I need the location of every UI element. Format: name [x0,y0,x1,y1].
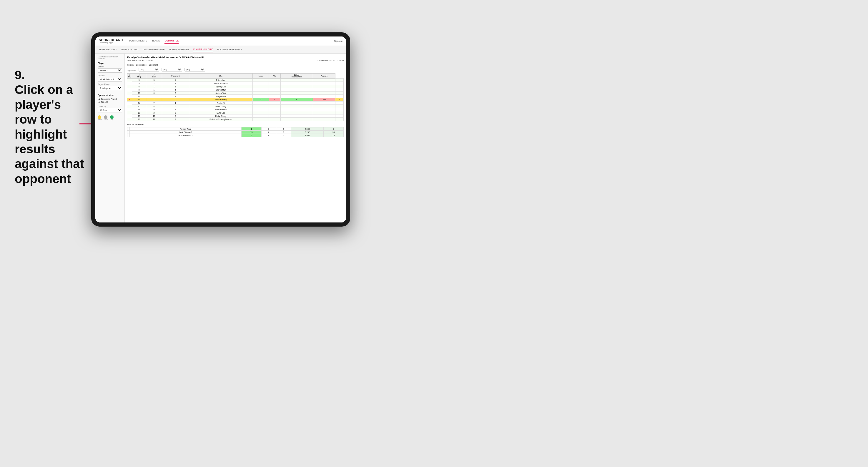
region-filter-label: Region [127,64,133,66]
colour-by-section: Colour by Win/loss Down Level [98,105,122,121]
table-cell: Stella Cheng [189,105,252,108]
ood-table-cell [127,127,130,131]
tab-player-summary[interactable]: PLAYER SUMMARY [169,47,189,52]
table-cell [313,108,335,111]
player-rank-select[interactable]: 8. Katelyn Vo [98,86,122,90]
radio-top100[interactable]: Top 100 [98,101,122,103]
ood-table-row[interactable]: Foreign Team1004.5002 [127,127,344,131]
table-row[interactable]: 914Sharon Mun [127,88,344,92]
table-cell [252,82,269,85]
table-cell: 3 [162,92,189,95]
table-cell: 2 [335,98,344,101]
row-no-arrow [127,79,132,82]
row-no-arrow [127,118,132,121]
tab-team-summary[interactable]: TEAM SUMMARY [99,47,117,52]
table-row[interactable]: 1822Euna Lee [127,111,344,115]
gender-select[interactable]: Women's [98,68,122,73]
table-cell [313,85,335,88]
sidebar-player-title: Player [98,62,122,64]
table-cell: Euna Lee [189,111,252,115]
table-cell [281,101,313,105]
table-cell: 1 [146,95,162,98]
nav-tournaments[interactable]: TOURNAMENTS [129,38,147,44]
col-rounds: Rounds [313,73,335,79]
table-cell: 18 [132,111,146,115]
tab-player-h2h-grid[interactable]: PLAYER H2H GRID [193,47,213,52]
table-cell [335,105,344,108]
table-row[interactable]: 613Sydney Kuo [127,85,344,88]
conference-select[interactable]: (All) [161,68,182,71]
table-row[interactable]: 1691Jessica Mason [127,108,344,111]
opponent-select[interactable]: (All) [185,68,205,71]
ood-table-cell: 4.500 [291,127,324,131]
table-cell: 9 [132,88,146,92]
table-row[interactable]: ►131Jessica Huang010-3.002 [127,98,344,101]
row-no-arrow [127,95,132,98]
colour-by-select[interactable]: Win/loss [98,108,122,113]
table-cell [281,82,313,85]
table-row[interactable]: 19106Emily Chang [127,115,344,118]
radio-opponents-played[interactable]: Opponents Played [98,98,122,100]
table-cell [252,105,269,108]
sidebar: Last Updated: 27/03/2024 16:55:28 Player… [95,54,125,222]
table-row[interactable]: 1474Eunice Yi [127,101,344,105]
annotation-body: Click on a player's row to highlight res… [15,83,85,186]
table-cell [281,92,313,95]
sub-nav: TEAM SUMMARY TEAM H2H GRID TEAM H2H HEAT… [95,46,346,54]
table-row[interactable]: 1311Haejo Hyun [127,95,344,98]
tab-player-h2h-heatmap[interactable]: PLAYER H2H HEATMAP [217,47,242,52]
table-cell: 16 [132,108,146,111]
colour-by-label: Colour by [98,105,122,107]
main-panel: Katelyn Vo Head-to-Head Grid for Women's… [125,54,346,222]
sign-out-button[interactable]: Sign out [334,40,342,42]
col-diff: Diff AvStrokes/Rnd [281,73,313,79]
table-cell: 15 [132,105,146,108]
ood-table-cell: Foreign Team [130,127,242,131]
table-cell: 2 [146,82,162,85]
nav-committee[interactable]: COMMITTEE [164,38,179,44]
table-cell: 13 [132,95,146,98]
division-record-label: Division Record: 331 - 34 - 6 [317,59,344,62]
nav-teams[interactable]: TEAMS [152,38,160,44]
overall-record-label: Overall Record: 353 - 34 - 6 [127,59,152,62]
region-select[interactable]: (All) [138,68,159,71]
ood-table-row[interactable]: NCAA Division 25007.40010 [127,134,344,137]
table-cell [335,88,344,92]
table-cell [281,88,313,92]
table-cell [281,95,313,98]
sidebar-division-label: Division [98,74,122,76]
conference-filter: Conference [136,64,147,66]
table-cell: 1 [146,85,162,88]
table-row[interactable]: 1585Stella Cheng [127,105,344,108]
row-arrow-indicator: ► [127,98,132,101]
ood-table-row[interactable]: NAIA Division 115009.26730 [127,131,344,134]
table-cell [269,111,280,115]
division-select[interactable]: NCAA Division III [98,77,122,82]
radio-top100-label: Top 100 [101,101,108,103]
table-row[interactable]: 1063Andrea York [127,92,344,95]
tab-team-h2h-heatmap[interactable]: TEAM H2H HEATMAP [143,47,165,52]
legend-down-label: Down [98,119,102,121]
col-win: Win [189,73,252,79]
table-cell [313,82,335,85]
opponent-filter-label: Opponent [149,64,158,66]
table-cell [313,105,335,108]
table-row[interactable]: 20117Federica Domecq Lacroze [127,118,344,121]
table-cell: 0 [252,98,269,101]
table-row[interactable]: 522Alexis Sudjianto [127,82,344,85]
table-cell [269,79,280,82]
table-cell: 1 [162,95,189,98]
table-cell: 4 [162,101,189,105]
filters-selects-row: Opponents: (All) (All) (All) [127,68,344,71]
logo-title: SCOREBOARD [99,39,123,42]
table-row[interactable]: 331Esther Lee [127,79,344,82]
table-cell [335,95,344,98]
table-cell [269,82,280,85]
ood-table-cell: 30 [324,131,344,134]
table-cell [313,92,335,95]
col-conf: #Conf [146,73,162,79]
tab-team-h2h-grid[interactable]: TEAM H2H GRID [121,47,138,52]
ood-table-cell: 15 [242,131,261,134]
table-cell [335,82,344,85]
row-no-arrow [127,101,132,105]
